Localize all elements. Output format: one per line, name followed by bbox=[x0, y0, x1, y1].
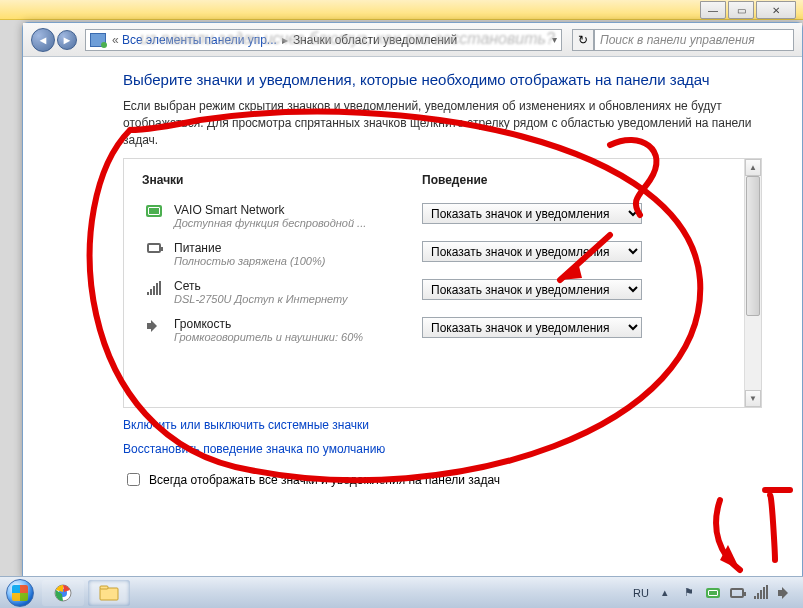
nav-forward-button[interactable]: ► bbox=[57, 30, 77, 50]
network-bars-icon bbox=[147, 281, 161, 295]
item-name: Сеть bbox=[174, 279, 412, 293]
start-button[interactable] bbox=[0, 577, 40, 609]
window-maximize-button[interactable]: ▭ bbox=[728, 1, 754, 19]
window-minimize-button[interactable]: — bbox=[700, 1, 726, 19]
window-close-button[interactable]: ✕ bbox=[756, 1, 796, 19]
scrollbar[interactable]: ▲ ▼ bbox=[744, 159, 761, 407]
content-area: Выберите значки и уведомления, которые н… bbox=[23, 57, 802, 577]
list-item: Громкость Громкоговоритель и наушники: 6… bbox=[138, 311, 741, 349]
list-item: Сеть DSL-2750U Доступ к Интернету Показа… bbox=[138, 273, 741, 311]
nav-back-button[interactable]: ◄ bbox=[31, 28, 55, 52]
tray-flag-icon[interactable]: ⚑ bbox=[681, 585, 697, 601]
scroll-thumb[interactable] bbox=[746, 176, 760, 316]
always-show-label: Всегда отображать все значки и уведомлен… bbox=[149, 473, 500, 487]
item-name: Громкость bbox=[174, 317, 412, 331]
behavior-select[interactable]: Показать значок и уведомления bbox=[422, 279, 642, 300]
item-desc: Громкоговоритель и наушники: 60% bbox=[174, 331, 412, 343]
tray-chevron-icon[interactable]: ▴ bbox=[657, 585, 673, 601]
power-icon bbox=[147, 243, 161, 253]
system-tray: RU ▴ ⚑ bbox=[633, 585, 803, 601]
icons-list-panel: ▲ ▼ Значки Поведение VAIO Smart Network … bbox=[123, 158, 762, 408]
behavior-select[interactable]: Показать значок и уведомления bbox=[422, 241, 642, 262]
tray-volume-icon[interactable] bbox=[777, 585, 793, 601]
restore-default-link[interactable]: Восстановить поведение значка по умолчан… bbox=[123, 442, 762, 456]
behavior-select[interactable]: Показать значок и уведомления bbox=[422, 317, 642, 338]
vaio-network-icon bbox=[146, 205, 162, 217]
taskbar: RU ▴ ⚑ bbox=[0, 576, 803, 608]
volume-icon bbox=[147, 319, 161, 333]
item-desc: DSL-2750U Доступ к Интернету bbox=[174, 293, 412, 305]
tray-network-icon[interactable] bbox=[753, 585, 769, 601]
control-panel-icon bbox=[90, 33, 106, 47]
behavior-select[interactable]: Показать значок и уведомления bbox=[422, 203, 642, 224]
scroll-down-button[interactable]: ▼ bbox=[745, 390, 761, 407]
item-name: Питание bbox=[174, 241, 412, 255]
page-title: Выберите значки и уведомления, которые н… bbox=[123, 71, 762, 88]
tray-language[interactable]: RU bbox=[633, 587, 649, 599]
item-name: VAIO Smart Network bbox=[174, 203, 412, 217]
taskbar-chrome[interactable] bbox=[42, 580, 84, 606]
list-item: VAIO Smart Network Доступная функция бес… bbox=[138, 197, 741, 235]
browser-chrome-top bbox=[0, 0, 803, 20]
column-header-icons: Значки bbox=[142, 173, 422, 187]
column-header-behavior: Поведение bbox=[422, 173, 737, 187]
control-panel-window: — ▭ ✕ ◄ ► « Все элементы панели упр... ▸… bbox=[22, 22, 803, 578]
taskbar-explorer[interactable] bbox=[88, 580, 130, 606]
item-desc: Полностью заряжена (100%) bbox=[174, 255, 412, 267]
svg-rect-4 bbox=[100, 588, 118, 600]
always-show-checkbox[interactable] bbox=[127, 473, 140, 486]
page-description: Если выбран режим скрытия значков и увед… bbox=[123, 98, 762, 148]
toggle-system-icons-link[interactable]: Включить или выключить системные значки bbox=[123, 418, 762, 432]
tray-vaio-icon[interactable] bbox=[705, 585, 721, 601]
item-desc: Доступная функция беспроводной ... bbox=[174, 217, 412, 229]
list-item: Питание Полностью заряжена (100%) Показа… bbox=[138, 235, 741, 273]
svg-rect-5 bbox=[100, 586, 108, 589]
scroll-up-button[interactable]: ▲ bbox=[745, 159, 761, 176]
tray-power-icon[interactable] bbox=[729, 585, 745, 601]
page-question-blur: из панели задач исчез блютуз, как его во… bbox=[120, 24, 763, 52]
